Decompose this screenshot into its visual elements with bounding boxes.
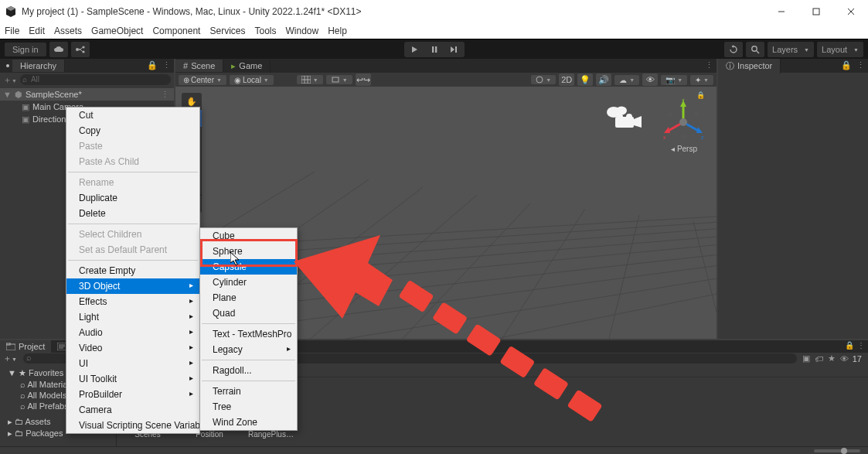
- context-menu-item[interactable]: Visual Scripting Scene Variables: [66, 418, 199, 433]
- hierarchy-create-button[interactable]: ＋▼: [3, 74, 17, 86]
- tab-hierarchy[interactable]: Hierarchy: [12, 60, 65, 72]
- play-button[interactable]: [404, 42, 424, 57]
- context-menu-item[interactable]: Tree: [200, 399, 297, 415]
- context-menu-item[interactable]: ProBuilder: [66, 387, 199, 402]
- hierarchy-options-lock-icon[interactable]: 🔒: [147, 60, 158, 70]
- context-menu-item[interactable]: Camera: [66, 402, 199, 418]
- project-lock-icon[interactable]: 🔒: [845, 341, 854, 350]
- context-menu-item[interactable]: Cylinder: [200, 275, 297, 290]
- context-menu-item[interactable]: Capsule: [200, 259, 297, 275]
- layout-dropdown[interactable]: Layout▼: [817, 42, 863, 57]
- tab-scene[interactable]: #Scene: [175, 60, 223, 72]
- context-menu-item[interactable]: UI: [66, 356, 199, 371]
- global-search-button[interactable]: [746, 42, 764, 57]
- menu-window[interactable]: Window: [285, 26, 318, 36]
- scene-camera-dropdown[interactable]: 📷▼: [661, 75, 687, 85]
- thumbnail-size-slider[interactable]: [814, 449, 860, 452]
- hierarchy-search-input[interactable]: All: [20, 74, 171, 85]
- context-menu-item[interactable]: Effects: [66, 294, 199, 309]
- pivot-mode-dropdown[interactable]: ⊕Center▼: [179, 75, 226, 85]
- context-menu-item[interactable]: Ragdoll...: [200, 363, 297, 378]
- menu-help[interactable]: Help: [328, 26, 347, 36]
- project-options-menu-icon[interactable]: ⋮: [857, 341, 865, 350]
- hierarchy-scene-row[interactable]: ▼ ⬢ SampleScene* ⋮: [0, 88, 174, 101]
- context-menu-item[interactable]: Text - TextMeshPro: [200, 326, 297, 342]
- unity-logo-icon: [5, 5, 17, 18]
- context-menu-item[interactable]: Legacy: [200, 342, 297, 357]
- menu-services[interactable]: Services: [209, 26, 245, 36]
- context-menu-item[interactable]: 3D Object: [66, 278, 199, 294]
- svg-point-6: [76, 48, 79, 51]
- filter-by-type-icon[interactable]: ▣: [802, 353, 810, 364]
- scene-options-menu-icon[interactable]: ⋮: [161, 90, 169, 100]
- inspector-lock-icon[interactable]: 🔒: [841, 60, 852, 70]
- svg-point-45: [626, 114, 632, 120]
- window-close-button[interactable]: [833, 0, 868, 23]
- window-maximize-button[interactable]: [798, 0, 833, 23]
- handle-rotation-dropdown[interactable]: ◉Local▼: [230, 75, 274, 85]
- context-menu-item[interactable]: Duplicate: [66, 190, 199, 206]
- context-menu-item[interactable]: Wind Zone: [200, 415, 297, 430]
- projection-label[interactable]: ◂ Persp: [671, 145, 697, 153]
- context-menu-item[interactable]: Plane: [200, 290, 297, 306]
- context-menu-item[interactable]: Video: [66, 340, 199, 356]
- tab-project[interactable]: Project: [0, 340, 51, 353]
- menu-edit[interactable]: Edit: [29, 26, 45, 36]
- main-toolbar: Sign in Layers▼ Layout▼: [0, 39, 868, 60]
- menu-assets[interactable]: Assets: [54, 26, 82, 36]
- svg-point-59: [668, 112, 672, 117]
- cloud-button[interactable]: [49, 42, 68, 57]
- hidden-packages-icon[interactable]: 👁: [840, 354, 849, 364]
- hierarchy-tabbar: Hierarchy 🔒 ⋮: [0, 59, 174, 73]
- snap-toggle[interactable]: ↩↪: [356, 73, 371, 86]
- context-menu-item[interactable]: Copy: [66, 123, 199, 138]
- project-create-button[interactable]: ＋▼: [3, 353, 17, 364]
- context-menu-item[interactable]: Quad: [200, 306, 297, 321]
- svg-text:x: x: [663, 135, 666, 140]
- context-menu-item[interactable]: Cut: [66, 108, 199, 123]
- audio-toggle[interactable]: 🔊: [596, 73, 611, 86]
- layers-dropdown[interactable]: Layers▼: [768, 42, 814, 57]
- lighting-toggle[interactable]: 💡: [577, 73, 593, 86]
- context-menu-item[interactable]: UI Toolkit: [66, 371, 199, 387]
- play-controls: [404, 42, 465, 57]
- gizmo-lock-icon[interactable]: 🔒: [696, 91, 705, 99]
- context-menu-item[interactable]: Sphere: [200, 244, 297, 259]
- context-menu-item[interactable]: Delete: [66, 206, 199, 221]
- draw-mode-dropdown[interactable]: ▼: [531, 75, 556, 84]
- menu-file[interactable]: File: [5, 26, 19, 36]
- grid-snap-dropdown[interactable]: ▼: [297, 75, 323, 84]
- svg-point-56: [679, 118, 687, 126]
- menu-gameobject[interactable]: GameObject: [91, 26, 143, 36]
- context-menu-item[interactable]: Cube: [200, 228, 297, 244]
- menu-tools[interactable]: Tools: [254, 26, 276, 36]
- inspector-options-menu-icon[interactable]: ⋮: [856, 60, 865, 70]
- version-control-button[interactable]: [71, 42, 90, 57]
- signin-button[interactable]: Sign in: [5, 43, 46, 56]
- step-button[interactable]: [444, 42, 465, 57]
- undo-history-button[interactable]: [724, 42, 743, 57]
- scene-options-menu-icon[interactable]: ⋮: [705, 60, 713, 70]
- context-menu-item[interactable]: Audio: [66, 325, 199, 340]
- fx-toggle[interactable]: ☁▼: [614, 75, 639, 85]
- favorite-filter-icon[interactable]: ★: [828, 353, 836, 364]
- context-menu-item[interactable]: Light: [66, 309, 199, 325]
- context-menu-item: Rename: [66, 175, 199, 190]
- context-menu-item[interactable]: Create Empty: [66, 263, 199, 278]
- snap-increment-dropdown[interactable]: ▼: [326, 75, 352, 84]
- gizmos-dropdown[interactable]: ✦▼: [690, 75, 713, 85]
- hierarchy-options-menu-icon[interactable]: ⋮: [162, 60, 171, 70]
- 2d-toggle[interactable]: 2D: [559, 73, 574, 86]
- window-minimize-button[interactable]: [764, 0, 798, 23]
- tab-inspector[interactable]: ⓘInspector: [718, 59, 781, 73]
- context-menu-item[interactable]: Terrain: [200, 384, 297, 399]
- menu-component[interactable]: Component: [152, 26, 200, 36]
- filter-by-label-icon[interactable]: 🏷: [815, 354, 823, 364]
- expand-icon[interactable]: ▼: [3, 90, 12, 99]
- pause-button[interactable]: [424, 42, 444, 57]
- scene-visibility-toggle[interactable]: 👁: [642, 73, 658, 86]
- camera-icon: ▣: [22, 102, 29, 112]
- axis-gizmo[interactable]: y x z: [659, 99, 707, 142]
- tab-game[interactable]: ▸Game: [223, 60, 271, 73]
- svg-rect-10: [432, 46, 434, 53]
